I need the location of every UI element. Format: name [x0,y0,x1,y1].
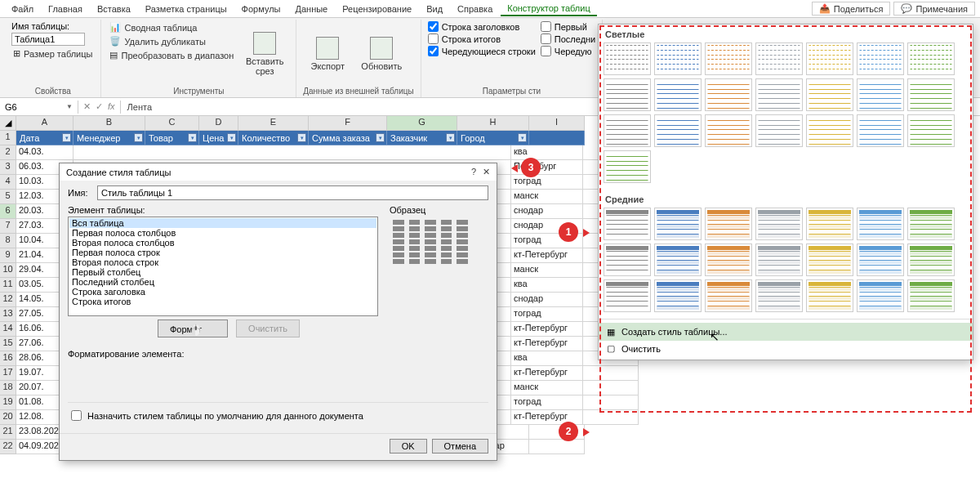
first-col-checkbox[interactable]: Первый [541,21,595,32]
banded-cols-checkbox[interactable]: Чередую [541,46,595,56]
table-name-input[interactable] [11,33,85,46]
header-row-checkbox[interactable]: Строка заголовков [428,21,536,32]
row-header[interactable]: 1 [0,131,16,145]
col-header[interactable]: F [309,116,387,131]
cell[interactable]: кт-Петербург [511,337,583,351]
table-style-swatch[interactable] [654,208,702,240]
table-header-cell[interactable]: Сумма заказа▾ [309,131,387,145]
menu-data[interactable]: Данные [288,2,334,16]
table-style-swatch[interactable] [755,244,803,276]
filter-icon[interactable]: ▾ [188,133,197,142]
col-header[interactable]: E [238,116,309,131]
new-table-style-menuitem[interactable]: ▦Создать стиль таблицы... ↖ [599,323,973,341]
table-style-swatch[interactable] [604,114,651,147]
table-style-swatch[interactable] [604,279,651,312]
dialog-close-button[interactable]: ✕ [483,167,490,177]
table-element-item[interactable]: Первая полоса столбцов [69,228,376,238]
table-style-swatch[interactable] [755,42,803,75]
menu-file[interactable]: Файл [5,2,40,16]
filter-icon[interactable]: ▾ [62,133,71,142]
cell[interactable]: манск [511,263,583,278]
table-style-swatch[interactable] [806,279,853,312]
table-style-swatch[interactable] [907,78,955,111]
menu-view[interactable]: Вид [420,2,449,16]
select-all-corner[interactable]: ◢ [0,116,16,131]
table-style-swatch[interactable] [857,78,904,111]
cell[interactable]: тоград [511,395,583,410]
cell[interactable]: тоград [511,175,583,190]
menu-table-design[interactable]: Конструктор таблиц [501,2,596,16]
table-style-swatch[interactable] [705,244,752,276]
enter-fx-icon[interactable]: ✓ [96,101,103,112]
filter-icon[interactable]: ▾ [227,133,236,142]
table-style-swatch[interactable] [857,244,904,276]
table-style-swatch[interactable] [654,279,702,312]
cell[interactable]: манск [511,190,583,204]
table-style-swatch[interactable] [857,279,904,312]
cell[interactable]: снодар [511,293,583,307]
table-style-swatch[interactable] [705,42,752,75]
cell[interactable] [583,381,639,395]
table-header-cell[interactable] [529,131,585,145]
cell[interactable]: тоград [511,307,583,322]
style-name-input[interactable] [97,185,488,200]
table-header-cell[interactable]: Цена▾ [199,131,238,145]
clear-style-menuitem[interactable]: ▢Очистить [599,341,973,356]
menu-pagelayout[interactable]: Разметка страницы [139,2,234,16]
menu-insert[interactable]: Вставка [91,2,137,16]
table-style-swatch[interactable] [705,208,752,240]
cell[interactable] [583,395,639,410]
filter-icon[interactable]: ▾ [297,133,306,142]
cell[interactable]: ква [511,351,583,366]
table-style-swatch[interactable] [654,42,702,75]
row-header[interactable]: 11 [0,278,16,293]
table-header-cell[interactable]: Товар▾ [145,131,199,145]
format-button[interactable]: Формат🖱️ [158,319,228,337]
table-style-swatch[interactable] [857,208,904,240]
cell[interactable]: 04.03. [16,145,74,160]
filter-icon[interactable]: ▾ [518,133,527,142]
clear-element-button[interactable]: Очистить [236,319,300,337]
table-style-swatch[interactable] [806,42,853,75]
row-header[interactable]: 3 [0,160,16,175]
col-header[interactable]: D [199,116,238,131]
col-header[interactable]: C [145,116,199,131]
table-style-swatch[interactable] [755,78,803,111]
cell[interactable] [583,366,639,381]
row-header[interactable]: 9 [0,248,16,263]
cell[interactable] [583,410,639,425]
table-style-swatch[interactable] [705,279,752,312]
col-header[interactable]: A [16,116,74,131]
table-style-swatch[interactable] [806,244,853,276]
table-style-swatch[interactable] [604,244,651,276]
filter-icon[interactable]: ▾ [134,133,143,142]
table-element-item[interactable]: Строка итогов [69,297,376,306]
table-style-swatch[interactable] [755,208,803,240]
export-button[interactable]: Экспорт [303,21,352,86]
row-header[interactable]: 19 [0,395,16,410]
share-button[interactable]: 📤Поделиться [812,2,891,16]
cell[interactable]: снодар [511,204,583,219]
totals-row-checkbox[interactable]: Строка итогов [428,34,536,44]
row-header[interactable]: 18 [0,381,16,395]
cancel-fx-icon[interactable]: ✕ [83,101,91,112]
table-style-swatch[interactable] [907,244,955,276]
table-header-cell[interactable]: Город▾ [457,131,529,145]
table-header-cell[interactable]: Заказчик▾ [387,131,457,145]
row-header[interactable]: 21 [0,425,16,440]
table-style-swatch[interactable] [857,114,904,147]
banded-rows-checkbox[interactable]: Чередующиеся строки [428,46,536,56]
table-style-swatch[interactable] [907,42,955,75]
row-header[interactable]: 4 [0,175,16,190]
table-header-cell[interactable]: Менеджер▾ [74,131,145,145]
table-style-swatch[interactable] [907,208,955,240]
table-element-item[interactable]: Вторая полоса строк [69,257,376,267]
dialog-help-button[interactable]: ? [471,167,476,177]
col-header[interactable]: B [74,116,145,131]
cell[interactable]: ква [511,278,583,293]
table-header-cell[interactable]: Количество▾ [238,131,309,145]
fx-icon[interactable]: fx [108,101,115,112]
refresh-button[interactable]: Обновить [357,21,406,86]
row-header[interactable]: 10 [0,263,16,278]
table-element-item[interactable]: Вторая полоса столбцов [69,238,376,248]
